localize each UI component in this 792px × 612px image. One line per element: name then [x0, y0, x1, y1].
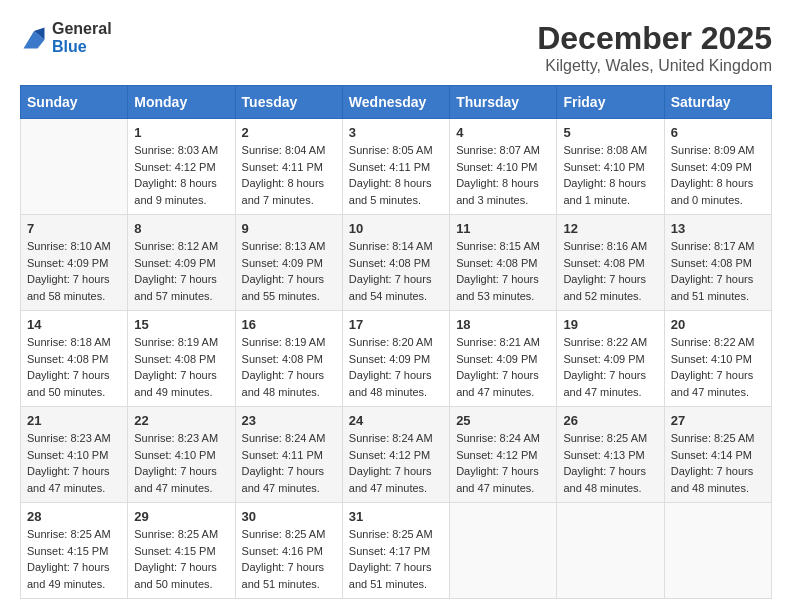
- day-of-week-header: Monday: [128, 86, 235, 119]
- calendar-cell: 10 Sunrise: 8:14 AMSunset: 4:08 PMDaylig…: [342, 215, 449, 311]
- day-info: Sunrise: 8:18 AMSunset: 4:08 PMDaylight:…: [27, 334, 121, 400]
- day-info: Sunrise: 8:24 AMSunset: 4:11 PMDaylight:…: [242, 430, 336, 496]
- day-of-week-header: Saturday: [664, 86, 771, 119]
- day-info: Sunrise: 8:12 AMSunset: 4:09 PMDaylight:…: [134, 238, 228, 304]
- day-of-week-header: Friday: [557, 86, 664, 119]
- day-number: 23: [242, 413, 336, 428]
- day-number: 5: [563, 125, 657, 140]
- logo: General Blue: [20, 20, 112, 55]
- day-info: Sunrise: 8:07 AMSunset: 4:10 PMDaylight:…: [456, 142, 550, 208]
- day-number: 20: [671, 317, 765, 332]
- calendar-cell: [450, 503, 557, 599]
- day-info: Sunrise: 8:08 AMSunset: 4:10 PMDaylight:…: [563, 142, 657, 208]
- day-number: 6: [671, 125, 765, 140]
- day-info: Sunrise: 8:24 AMSunset: 4:12 PMDaylight:…: [456, 430, 550, 496]
- calendar-cell: 16 Sunrise: 8:19 AMSunset: 4:08 PMDaylig…: [235, 311, 342, 407]
- calendar-cell: 1 Sunrise: 8:03 AMSunset: 4:12 PMDayligh…: [128, 119, 235, 215]
- day-number: 21: [27, 413, 121, 428]
- day-info: Sunrise: 8:22 AMSunset: 4:09 PMDaylight:…: [563, 334, 657, 400]
- title-section: December 2025 Kilgetty, Wales, United Ki…: [537, 20, 772, 75]
- logo-icon: [20, 24, 48, 52]
- calendar-body: 1 Sunrise: 8:03 AMSunset: 4:12 PMDayligh…: [21, 119, 772, 599]
- day-info: Sunrise: 8:23 AMSunset: 4:10 PMDaylight:…: [27, 430, 121, 496]
- day-info: Sunrise: 8:03 AMSunset: 4:12 PMDaylight:…: [134, 142, 228, 208]
- calendar-cell: 14 Sunrise: 8:18 AMSunset: 4:08 PMDaylig…: [21, 311, 128, 407]
- calendar-cell: 17 Sunrise: 8:20 AMSunset: 4:09 PMDaylig…: [342, 311, 449, 407]
- day-info: Sunrise: 8:25 AMSunset: 4:17 PMDaylight:…: [349, 526, 443, 592]
- day-number: 28: [27, 509, 121, 524]
- day-number: 10: [349, 221, 443, 236]
- calendar-cell: 30 Sunrise: 8:25 AMSunset: 4:16 PMDaylig…: [235, 503, 342, 599]
- day-number: 25: [456, 413, 550, 428]
- day-info: Sunrise: 8:22 AMSunset: 4:10 PMDaylight:…: [671, 334, 765, 400]
- calendar-week-row: 28 Sunrise: 8:25 AMSunset: 4:15 PMDaylig…: [21, 503, 772, 599]
- day-info: Sunrise: 8:16 AMSunset: 4:08 PMDaylight:…: [563, 238, 657, 304]
- day-info: Sunrise: 8:17 AMSunset: 4:08 PMDaylight:…: [671, 238, 765, 304]
- day-number: 16: [242, 317, 336, 332]
- day-of-week-header: Wednesday: [342, 86, 449, 119]
- calendar-cell: 3 Sunrise: 8:05 AMSunset: 4:11 PMDayligh…: [342, 119, 449, 215]
- calendar-cell: 7 Sunrise: 8:10 AMSunset: 4:09 PMDayligh…: [21, 215, 128, 311]
- day-number: 15: [134, 317, 228, 332]
- page-header: General Blue December 2025 Kilgetty, Wal…: [20, 20, 772, 75]
- day-info: Sunrise: 8:23 AMSunset: 4:10 PMDaylight:…: [134, 430, 228, 496]
- calendar-cell: 13 Sunrise: 8:17 AMSunset: 4:08 PMDaylig…: [664, 215, 771, 311]
- calendar-header: SundayMondayTuesdayWednesdayThursdayFrid…: [21, 86, 772, 119]
- day-number: 30: [242, 509, 336, 524]
- logo-blue-text: Blue: [52, 38, 112, 56]
- logo-general-text: General: [52, 20, 112, 38]
- day-number: 13: [671, 221, 765, 236]
- day-of-week-header: Thursday: [450, 86, 557, 119]
- day-info: Sunrise: 8:09 AMSunset: 4:09 PMDaylight:…: [671, 142, 765, 208]
- calendar-cell: 15 Sunrise: 8:19 AMSunset: 4:08 PMDaylig…: [128, 311, 235, 407]
- day-info: Sunrise: 8:04 AMSunset: 4:11 PMDaylight:…: [242, 142, 336, 208]
- calendar-cell: 23 Sunrise: 8:24 AMSunset: 4:11 PMDaylig…: [235, 407, 342, 503]
- calendar-week-row: 1 Sunrise: 8:03 AMSunset: 4:12 PMDayligh…: [21, 119, 772, 215]
- day-number: 14: [27, 317, 121, 332]
- day-info: Sunrise: 8:24 AMSunset: 4:12 PMDaylight:…: [349, 430, 443, 496]
- day-number: 26: [563, 413, 657, 428]
- calendar-cell: 26 Sunrise: 8:25 AMSunset: 4:13 PMDaylig…: [557, 407, 664, 503]
- day-info: Sunrise: 8:15 AMSunset: 4:08 PMDaylight:…: [456, 238, 550, 304]
- calendar-cell: [557, 503, 664, 599]
- day-number: 7: [27, 221, 121, 236]
- day-number: 17: [349, 317, 443, 332]
- day-number: 24: [349, 413, 443, 428]
- day-info: Sunrise: 8:13 AMSunset: 4:09 PMDaylight:…: [242, 238, 336, 304]
- day-info: Sunrise: 8:19 AMSunset: 4:08 PMDaylight:…: [134, 334, 228, 400]
- day-info: Sunrise: 8:20 AMSunset: 4:09 PMDaylight:…: [349, 334, 443, 400]
- day-number: 19: [563, 317, 657, 332]
- day-number: 3: [349, 125, 443, 140]
- calendar-cell: 8 Sunrise: 8:12 AMSunset: 4:09 PMDayligh…: [128, 215, 235, 311]
- day-number: 11: [456, 221, 550, 236]
- day-number: 29: [134, 509, 228, 524]
- calendar-cell: 19 Sunrise: 8:22 AMSunset: 4:09 PMDaylig…: [557, 311, 664, 407]
- calendar-cell: 27 Sunrise: 8:25 AMSunset: 4:14 PMDaylig…: [664, 407, 771, 503]
- day-info: Sunrise: 8:25 AMSunset: 4:15 PMDaylight:…: [134, 526, 228, 592]
- day-number: 4: [456, 125, 550, 140]
- day-of-week-header: Sunday: [21, 86, 128, 119]
- day-info: Sunrise: 8:14 AMSunset: 4:08 PMDaylight:…: [349, 238, 443, 304]
- day-number: 12: [563, 221, 657, 236]
- calendar-cell: 25 Sunrise: 8:24 AMSunset: 4:12 PMDaylig…: [450, 407, 557, 503]
- calendar-cell: [21, 119, 128, 215]
- calendar-cell: 24 Sunrise: 8:24 AMSunset: 4:12 PMDaylig…: [342, 407, 449, 503]
- calendar-cell: 5 Sunrise: 8:08 AMSunset: 4:10 PMDayligh…: [557, 119, 664, 215]
- logo-text: General Blue: [52, 20, 112, 55]
- day-info: Sunrise: 8:25 AMSunset: 4:14 PMDaylight:…: [671, 430, 765, 496]
- calendar-week-row: 7 Sunrise: 8:10 AMSunset: 4:09 PMDayligh…: [21, 215, 772, 311]
- day-number: 18: [456, 317, 550, 332]
- calendar-week-row: 14 Sunrise: 8:18 AMSunset: 4:08 PMDaylig…: [21, 311, 772, 407]
- day-info: Sunrise: 8:10 AMSunset: 4:09 PMDaylight:…: [27, 238, 121, 304]
- calendar-cell: 11 Sunrise: 8:15 AMSunset: 4:08 PMDaylig…: [450, 215, 557, 311]
- calendar-table: SundayMondayTuesdayWednesdayThursdayFrid…: [20, 85, 772, 599]
- day-number: 9: [242, 221, 336, 236]
- location-text: Kilgetty, Wales, United Kingdom: [537, 57, 772, 75]
- day-number: 8: [134, 221, 228, 236]
- day-number: 27: [671, 413, 765, 428]
- day-number: 22: [134, 413, 228, 428]
- calendar-cell: 6 Sunrise: 8:09 AMSunset: 4:09 PMDayligh…: [664, 119, 771, 215]
- day-info: Sunrise: 8:25 AMSunset: 4:15 PMDaylight:…: [27, 526, 121, 592]
- day-number: 1: [134, 125, 228, 140]
- calendar-cell: [664, 503, 771, 599]
